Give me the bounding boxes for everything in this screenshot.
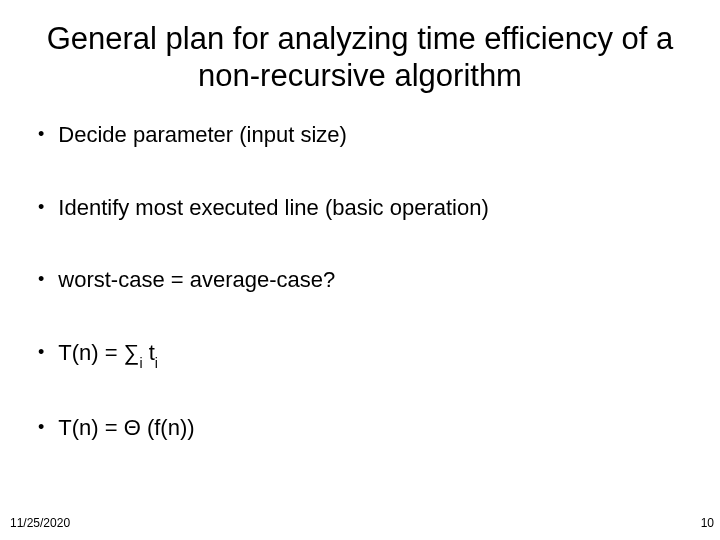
- formula-prefix: T(n) =: [58, 340, 123, 365]
- bullet-item: • worst-case = average-case?: [38, 267, 696, 293]
- bullet-item: • T(n) = ∑i ti: [38, 340, 696, 369]
- bullet-item: • T(n) = Θ (f(n)): [38, 415, 696, 441]
- slide-title: General plan for analyzing time efficien…: [24, 20, 696, 94]
- bullet-text: worst-case = average-case?: [58, 267, 335, 293]
- summation-symbol: ∑: [124, 340, 140, 365]
- subscript: i: [139, 355, 142, 371]
- bullet-marker: •: [38, 415, 44, 440]
- bullet-marker: •: [38, 340, 44, 365]
- bullet-text-formula: T(n) = ∑i ti: [58, 340, 158, 369]
- bullet-item: • Identify most executed line (basic ope…: [38, 195, 696, 221]
- footer-page-number: 10: [701, 516, 714, 530]
- formula-mid: t: [143, 340, 155, 365]
- bullet-marker: •: [38, 122, 44, 147]
- bullet-marker: •: [38, 195, 44, 220]
- bullet-text: T(n) = Θ (f(n)): [58, 415, 194, 441]
- bullet-text: Decide parameter (input size): [58, 122, 347, 148]
- subscript: i: [155, 355, 158, 371]
- bullet-item: • Decide parameter (input size): [38, 122, 696, 148]
- slide-container: General plan for analyzing time efficien…: [0, 0, 720, 540]
- bullet-text: Identify most executed line (basic opera…: [58, 195, 488, 221]
- slide-content: • Decide parameter (input size) • Identi…: [24, 122, 696, 540]
- bullet-marker: •: [38, 267, 44, 292]
- footer-date: 11/25/2020: [10, 516, 70, 530]
